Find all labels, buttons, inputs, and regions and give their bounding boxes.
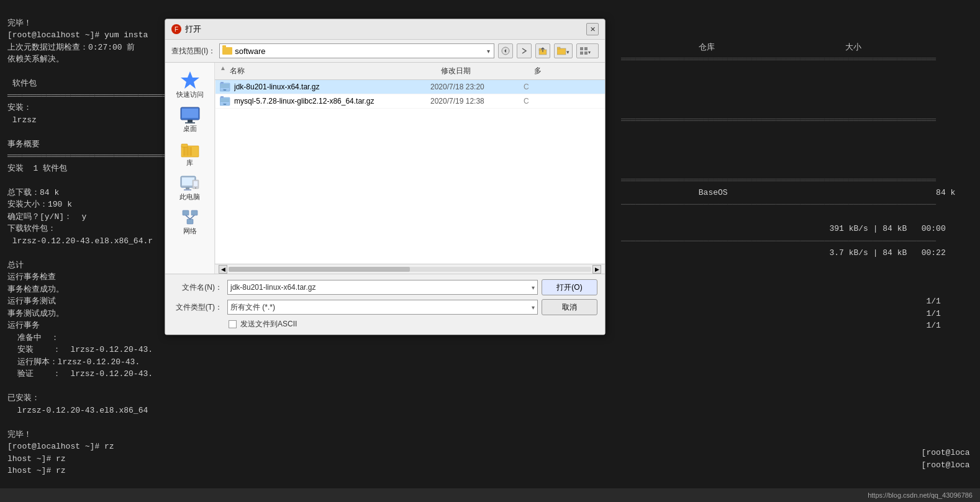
svg-line-33 [186,215,190,219]
file-date-mysql: 2020/7/19 12:38 [430,97,524,105]
folder-icon [222,47,232,55]
svg-rect-17 [185,122,195,123]
cancel-button[interactable]: 取消 [542,299,597,315]
dialog-body: 快速访问 桌面 [165,63,605,274]
up-folder-button[interactable] [535,43,550,58]
svg-text:▾: ▾ [588,50,591,55]
svg-text:▾: ▾ [566,49,569,55]
dialog-title-text: 打开 [185,24,201,35]
forward-icon [520,47,529,55]
svg-text:tar: tar [223,102,227,105]
sidebar-item-network[interactable]: 网络 [168,207,212,238]
terminal-right-rz-lines: [root@loca [root@loca [863,448,970,470]
svg-rect-37 [220,84,229,85]
svg-rect-45 [220,101,229,102]
file-item-jdk[interactable]: tar jdk-8u201-linux-x64.tar.gz 2020/7/18… [216,80,605,94]
file-icon-mysql: tar [219,96,232,106]
sidebar-label-quickaccess: 快速访问 [176,90,204,99]
svg-rect-21 [186,147,189,156]
sidebar-label-thispc: 此电脑 [179,192,200,202]
hscroll-right-button[interactable]: ▶ [592,265,601,274]
col-header-extra[interactable]: 多 [532,65,601,78]
archive-icon-jdk: tar [220,82,231,92]
sidebar-label-library: 库 [186,158,193,168]
svg-rect-44 [220,100,229,101]
col-header-date[interactable]: 修改日期 [438,65,532,78]
horizontal-scrollbar[interactable]: ◀ ▶ [215,264,605,274]
back-button[interactable] [498,43,513,58]
svg-rect-42 [220,96,224,98]
location-dropdown-inner: software [222,47,487,56]
svg-rect-20 [183,147,186,156]
terminal-line-1: 完毕！ [root@localhost ~]# yum insta 上次元数据过… [7,19,177,503]
filename-input-group: jdk-8u201-linux-x64.tar.gz ▾ 打开(O) [227,279,597,295]
file-item-mysql[interactable]: tar mysql-5.7.28-linux-glibc2.12-x86_64.… [216,94,605,109]
archive-icon-mysql: tar [220,96,231,106]
hscroll-left-button[interactable]: ◀ [219,265,227,274]
svg-rect-9 [584,47,588,50]
svg-text:F: F [175,26,178,33]
svg-rect-19 [181,144,188,147]
svg-rect-6 [557,47,560,49]
dialog-form: 文件名(N)： jdk-8u201-linux-x64.tar.gz ▾ 打开(… [165,274,605,334]
sidebar-item-library[interactable]: 库 [168,138,212,170]
filename-row: 文件名(N)： jdk-8u201-linux-x64.tar.gz ▾ 打开(… [173,279,597,295]
dropdown-arrow-icon: ▾ [487,48,491,55]
terminal-right-panel: 仓库 大小 ══════════════════════════════════… [614,0,980,502]
ascii-checkbox[interactable] [229,320,237,328]
new-folder-icon: ▾ [557,47,569,55]
sidebar-item-thispc[interactable]: 此电脑 [168,173,212,204]
filename-dropdown-arrow: ▾ [532,284,535,291]
svg-rect-10 [580,52,583,55]
library-icon [180,141,200,158]
sidebar-item-quickaccess[interactable]: 快速访问 [168,68,212,102]
svg-rect-26 [184,189,191,190]
col-header-name[interactable]: 名称 [227,65,438,78]
file-extra-jdk: C [524,83,536,91]
filetype-label: 文件类型(T)： [173,302,222,313]
terminal-right-bottom: [root@loca [root@loca [856,435,980,472]
dialog-sidebar: 快速访问 桌面 [165,63,215,274]
svg-rect-22 [189,147,192,156]
terminal-right-content: 仓库 大小 ══════════════════════════════════… [621,43,955,331]
hscroll-thumb[interactable] [229,267,410,272]
filetype-row: 文件类型(T)： 所有文件 (*.*) ▾ 取消 [173,299,597,315]
svg-rect-43 [220,99,229,99]
filetype-input-group: 所有文件 (*.*) ▾ 取消 [227,299,597,315]
hscroll-track [229,267,591,272]
file-list[interactable]: tar jdk-8u201-linux-x64.tar.gz 2020/7/18… [215,80,605,264]
svg-point-29 [195,187,196,189]
filelist-header: ▲ 名称 修改日期 多 [215,63,605,80]
svg-rect-11 [584,52,588,55]
file-name-jdk: jdk-8u201-linux-x64.tar.gz [234,83,430,91]
svg-rect-8 [580,47,583,50]
svg-rect-25 [186,187,189,189]
quickaccess-icon [180,70,200,90]
ascii-checkbox-label: 发送文件到ASCII [240,319,297,329]
filename-input[interactable]: jdk-8u201-linux-x64.tar.gz ▾ [227,280,538,295]
back-icon [501,47,510,55]
filename-label: 文件名(N)： [173,282,222,293]
status-url: https://blog.csdn.net/qq_43096786 [868,491,973,499]
status-bar: https://blog.csdn.net/qq_43096786 [0,488,980,502]
new-folder-button[interactable]: ▾ [554,43,573,58]
filetype-value: 所有文件 (*.*) [230,302,275,313]
svg-rect-30 [183,210,189,215]
open-button[interactable]: 打开(O) [542,279,597,295]
svg-rect-5 [557,48,566,55]
svg-rect-16 [188,120,193,122]
sidebar-item-desktop[interactable]: 桌面 [168,104,212,136]
view-button[interactable]: ▾ [576,43,599,58]
desktop-icon [180,107,200,124]
sidebar-label-desktop: 桌面 [183,124,197,133]
location-dropdown[interactable]: software ▾ [219,43,494,58]
dialog-titlebar: F 打开 ✕ [165,19,605,40]
forward-button[interactable] [517,43,532,58]
filelist-container: ▲ 名称 修改日期 多 tar [215,63,605,274]
svg-rect-38 [220,86,229,86]
network-icon [180,209,200,226]
file-name-mysql: mysql-5.7.28-linux-glibc2.12-x86_64.tar.… [234,97,430,105]
filetype-dropdown[interactable]: 所有文件 (*.*) ▾ [227,300,538,315]
svg-rect-39 [220,87,229,87]
dialog-close-button[interactable]: ✕ [586,23,599,35]
